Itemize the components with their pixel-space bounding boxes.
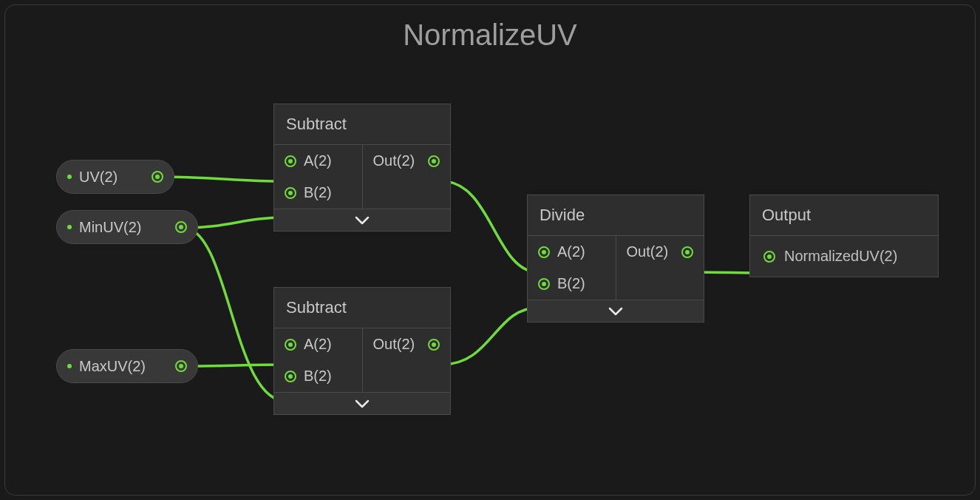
port-label: NormalizedUV(2) xyxy=(784,248,897,265)
port-label: Out(2) xyxy=(627,243,669,260)
node-output[interactable]: Output NormalizedUV(2) xyxy=(749,195,939,277)
input-port[interactable] xyxy=(538,246,550,258)
port-label: A(2) xyxy=(304,152,332,169)
output-port[interactable] xyxy=(152,171,163,183)
port-label: Out(2) xyxy=(373,336,415,353)
param-label: MaxUV(2) xyxy=(79,358,168,375)
node-title: Subtract xyxy=(274,104,450,145)
param-label: MinUV(2) xyxy=(79,219,168,236)
input-row-a: A(2) xyxy=(528,236,616,268)
input-row-b: B(2) xyxy=(274,360,362,392)
input-port[interactable] xyxy=(538,278,550,290)
node-title: Subtract xyxy=(274,288,450,328)
type-dot-icon xyxy=(67,364,72,368)
input-row-b: B(2) xyxy=(274,177,362,209)
chevron-down-icon xyxy=(355,216,370,225)
group-title: NormalizeUV xyxy=(5,18,975,52)
input-row-a: A(2) xyxy=(274,145,362,177)
input-row-a: A(2) xyxy=(274,328,362,360)
output-row: Out(2) xyxy=(363,328,451,360)
node-divide[interactable]: Divide A(2) B(2) Out(2) xyxy=(527,195,704,322)
node-graph-canvas[interactable]: NormalizeUV UV(2) MinUV(2) MaxUV(2) Subt xyxy=(0,0,980,500)
output-port[interactable] xyxy=(175,221,187,233)
chevron-down-icon xyxy=(608,307,623,316)
node-title: Output xyxy=(750,195,938,236)
output-port[interactable] xyxy=(428,155,440,167)
output-row: Out(2) xyxy=(616,236,704,268)
input-row-b: B(2) xyxy=(528,268,616,300)
input-port[interactable] xyxy=(763,251,775,263)
input-port[interactable] xyxy=(285,339,296,351)
port-label: A(2) xyxy=(557,243,585,260)
node-expand-button[interactable] xyxy=(274,392,450,414)
output-port[interactable] xyxy=(175,360,187,372)
param-uv[interactable]: UV(2) xyxy=(56,160,174,194)
output-port[interactable] xyxy=(428,339,440,351)
output-row: Out(2) xyxy=(363,145,451,177)
param-maxuv[interactable]: MaxUV(2) xyxy=(56,349,198,383)
type-dot-icon xyxy=(67,175,72,179)
type-dot-icon xyxy=(67,225,72,229)
input-port[interactable] xyxy=(285,371,296,382)
input-port[interactable] xyxy=(285,187,296,199)
node-subtract-2[interactable]: Subtract A(2) B(2) Out(2) xyxy=(273,287,451,415)
port-label: B(2) xyxy=(557,275,585,292)
node-expand-button[interactable] xyxy=(528,300,704,322)
port-label: Out(2) xyxy=(373,152,415,169)
node-subtract-1[interactable]: Subtract A(2) B(2) Out(2) xyxy=(273,104,451,232)
param-label: UV(2) xyxy=(79,169,144,186)
input-row: NormalizedUV(2) xyxy=(750,236,938,277)
node-expand-button[interactable] xyxy=(274,209,450,231)
port-label: A(2) xyxy=(304,336,332,353)
port-label: B(2) xyxy=(304,368,332,385)
chevron-down-icon xyxy=(355,399,370,408)
input-port[interactable] xyxy=(285,155,296,167)
port-label: B(2) xyxy=(304,184,332,201)
output-port[interactable] xyxy=(681,246,693,258)
param-minuv[interactable]: MinUV(2) xyxy=(56,210,198,244)
node-title: Divide xyxy=(528,195,704,236)
